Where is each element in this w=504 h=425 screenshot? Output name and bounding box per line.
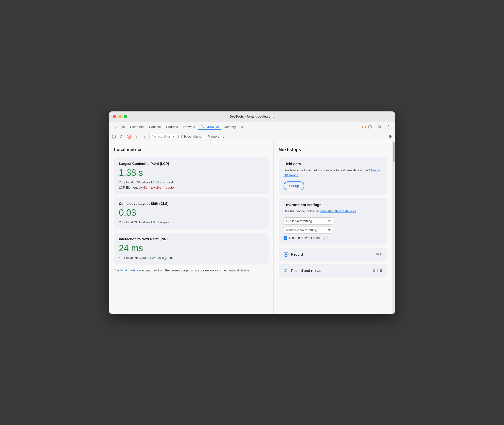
environment-settings-card: Environment settings Use the device tool… <box>279 198 387 245</box>
tab-sources[interactable]: Sources <box>164 124 180 130</box>
upload-button[interactable]: ↑ <box>134 134 140 140</box>
tab-console[interactable]: Console <box>146 124 163 130</box>
tab-more[interactable]: » <box>239 124 246 130</box>
env-settings-title: Environment settings <box>284 203 382 207</box>
disable-cache-row: Disable network cache ? <box>284 236 382 240</box>
secondary-toolbar: ↺ 🚫 ↑ ↓ (no recordings) ▾ Screenshots Me… <box>109 132 395 141</box>
record-inner-icon <box>285 253 287 255</box>
cpu-dropdown-row: CPU: No throttling <box>284 217 382 225</box>
close-button[interactable] <box>113 115 116 118</box>
more-options-icon[interactable]: ⋮ <box>385 124 392 130</box>
disable-cache-checkbox[interactable] <box>284 236 287 240</box>
cls-value: 0.03 <box>119 208 264 218</box>
scrollbar[interactable] <box>392 141 395 314</box>
maximize-button[interactable] <box>124 115 127 118</box>
field-data-card: Field data See how your local metrics co… <box>279 157 387 195</box>
window-title: DevTools - fonts.google.com/ <box>230 115 274 118</box>
memory-label: Memory <box>208 135 219 138</box>
env-desc-suffix: . <box>356 209 357 213</box>
field-data-desc: See how your local metrics compare to re… <box>284 168 382 178</box>
screenshots-checkbox-group: Screenshots <box>178 135 201 138</box>
minimize-button[interactable] <box>118 115 122 118</box>
field-data-title: Field data <box>284 162 382 166</box>
env-settings-desc: Use the device toolbar to simulate diffe… <box>284 209 382 214</box>
cls-card: Cumulative Layout Shift (CLS) 0.03 Your … <box>114 197 269 229</box>
record-reload-icon: ↺ <box>284 268 288 273</box>
cls-name: Cumulative Layout Shift (CLS) <box>119 202 264 206</box>
warning-badge[interactable]: ▲ 1 <box>361 125 366 129</box>
record-reload-action-card[interactable]: ↺ Record and reload ⌘ ⇧ E <box>279 264 387 277</box>
memory-checkbox-group: Memory <box>203 135 219 138</box>
clear-button[interactable]: 🚫 <box>126 134 132 140</box>
traffic-lights <box>113 115 127 118</box>
disable-cache-label: Disable network cache <box>289 236 322 240</box>
record-reload-shortcut: ⌘ ⇧ E <box>372 269 382 272</box>
lcp-element-link[interactable]: div.tile__text.tile__roboto <box>139 186 174 189</box>
tab-memory[interactable]: Memory <box>222 124 238 130</box>
help-icon[interactable]: ? <box>324 236 328 240</box>
screenshots-checkbox[interactable] <box>178 135 182 138</box>
scrollbar-thumb[interactable] <box>393 142 395 162</box>
right-panel: Next steps Field data See how your local… <box>274 141 392 314</box>
record-label: Record <box>291 252 303 256</box>
refresh-button[interactable]: ↺ <box>118 134 124 140</box>
inp-card: Interaction to Next Paint (INP) 24 ms Yo… <box>114 233 269 265</box>
dropdown-arrow-icon: ▾ <box>173 135 174 138</box>
setup-button[interactable]: Set up <box>284 181 304 190</box>
left-panel: Local metrics Largest Contentful Paint (… <box>109 141 274 314</box>
inp-value: 24 ms <box>119 243 264 253</box>
record-action-card[interactable]: Record ⌘ E <box>279 248 387 261</box>
lcp-desc-suffix: is good. <box>162 180 174 184</box>
record-button[interactable] <box>112 135 116 139</box>
cls-desc-value: 0.03 <box>153 220 159 224</box>
inp-name: Interaction to Next Paint (INP) <box>119 237 264 241</box>
screenshots-label: Screenshots <box>183 135 201 138</box>
message-count: 2 <box>373 125 374 129</box>
recordings-dropdown[interactable]: (no recordings) ▾ <box>149 134 176 139</box>
devtools-window: DevTools - fonts.google.com/ ⬚ ▭ Element… <box>109 111 395 314</box>
inp-desc-suffix: is good. <box>161 256 173 260</box>
network-dropdown-row: Network: No throttling <box>284 227 382 234</box>
local-metrics-note: The local metrics are captured from the … <box>114 268 269 273</box>
inp-desc-value: 24 ms <box>152 256 161 260</box>
message-badge[interactable]: 💬 2 <box>368 125 374 129</box>
local-metrics-title: Local metrics <box>114 147 269 152</box>
inp-desc-prefix: Your local INP value of <box>119 256 152 260</box>
recordings-placeholder: (no recordings) <box>152 135 172 138</box>
record-reload-action-left: ↺ Record and reload <box>284 268 321 273</box>
lcp-element-label: LCP Element <box>119 186 138 189</box>
download-button[interactable]: ↓ <box>142 134 147 140</box>
memory-checkbox[interactable] <box>203 135 206 138</box>
field-data-desc-prefix: See how your local metrics compare to re… <box>284 168 369 172</box>
tab-performance[interactable]: Performance <box>198 124 221 130</box>
warning-triangle-icon: ▲ <box>361 125 364 129</box>
record-shortcut: ⌘ E <box>376 252 382 256</box>
lcp-desc: Your local LCP value of 1.38 s is good. <box>119 180 264 185</box>
local-metrics-link[interactable]: local metrics <box>120 268 138 272</box>
primary-toolbar: ⬚ ▭ Elements Console Sources Network Per… <box>109 122 395 132</box>
device-toolbar-icon[interactable]: ▭ <box>120 124 127 130</box>
cursor-icon[interactable]: ⬚ <box>112 124 119 130</box>
lcp-element-row: LCP Element div.tile__text.tile__roboto <box>119 186 264 189</box>
note-prefix: The <box>114 268 120 272</box>
inp-desc: Your local INP value of 24 ms is good. <box>119 255 264 260</box>
cls-desc-suffix: is good. <box>159 220 171 224</box>
tab-network[interactable]: Network <box>181 124 198 130</box>
record-circle-icon <box>284 252 288 257</box>
performance-settings-icon[interactable]: ⚙ <box>389 134 392 139</box>
message-icon: 💬 <box>368 125 372 129</box>
lcp-desc-value: 1.38 s <box>153 180 162 184</box>
main-content: Local metrics Largest Contentful Paint (… <box>109 141 395 314</box>
cls-desc: Your local CLS value of 0.03 is good. <box>119 220 264 225</box>
profile-type-icon[interactable]: 🗂 <box>221 134 226 139</box>
network-throttling-dropdown[interactable]: Network: No throttling <box>284 227 333 234</box>
next-steps-title: Next steps <box>279 147 387 152</box>
simulate-devices-link[interactable]: simulate different devices <box>320 209 356 213</box>
note-suffix: are captured from the current page using… <box>138 268 250 272</box>
lcp-card: Largest Contentful Paint (LCP) 1.38 s Yo… <box>114 157 269 194</box>
cpu-throttling-dropdown[interactable]: CPU: No throttling <box>284 217 333 225</box>
field-data-desc-suffix: . <box>299 173 300 177</box>
settings-icon[interactable]: ⚙ <box>376 124 383 130</box>
tab-elements[interactable]: Elements <box>128 124 146 130</box>
warning-count: 1 <box>365 125 366 129</box>
